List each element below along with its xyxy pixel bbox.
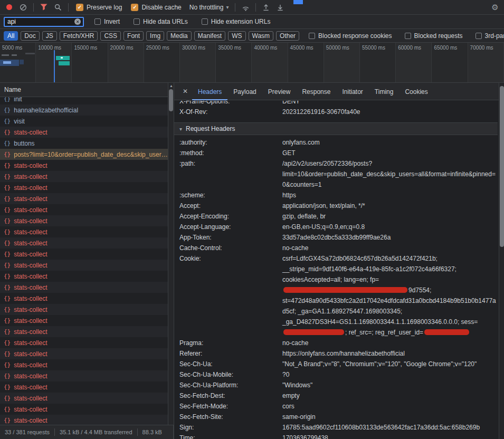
request-name: stats-collect [14, 395, 47, 402]
resources-size: 88.3 kB [138, 428, 167, 436]
request-row[interactable]: {}visit [0, 116, 168, 127]
request-row[interactable]: {}hannahelizabethofficial [0, 104, 168, 116]
script-icon: {} [4, 317, 11, 324]
request-row[interactable]: {}stats-collect [0, 215, 168, 226]
request-list-scrollbar[interactable]: ▲ [168, 83, 174, 425]
close-details-button[interactable]: ✕ [178, 88, 192, 95]
request-row[interactable]: {}stats-collect [0, 293, 168, 304]
request-row[interactable]: {}stats-collect [0, 359, 168, 370]
invert-checkbox[interactable]: Invert [94, 18, 120, 25]
tab-payload[interactable]: Payload [227, 83, 262, 100]
overview-tick-label: 5000 ms [2, 45, 22, 51]
request-row[interactable]: {}stats-collect [0, 249, 168, 260]
preserve-log-checkbox[interactable]: ✓ Preserve log [76, 4, 122, 11]
filter-bar: ✕ Invert Hide data URLs Hide extension U… [0, 15, 504, 29]
import-har-button[interactable] [260, 2, 272, 13]
request-row[interactable]: {}stats-collect [0, 182, 168, 193]
throttling-select[interactable]: No throttling ▾ [189, 4, 229, 11]
request-row[interactable]: {}stats-collect [0, 204, 168, 215]
request-row[interactable]: {}stats-collect [0, 326, 168, 337]
third-party-requests-checkbox[interactable]: 3rd-party requests [476, 32, 504, 40]
script-icon: {} [4, 118, 11, 125]
filter-chip-font[interactable]: Font [123, 31, 144, 41]
filter-chip-css[interactable]: CSS [100, 31, 121, 41]
filter-chip-js[interactable]: JS [42, 31, 57, 41]
redaction-mark [283, 329, 344, 335]
script-icon: {} [4, 406, 11, 413]
overview-column: 60000 ms [396, 43, 432, 82]
request-row[interactable]: {}stats-collect [0, 381, 168, 393]
filter-chip-all[interactable]: All [4, 31, 18, 41]
header-value: 1703636799438 [282, 433, 498, 439]
script-icon: {} [4, 395, 11, 402]
waterfall-bar [3, 61, 11, 64]
request-row[interactable]: {}stats-collect [0, 237, 168, 249]
request-row[interactable]: {}stats-collect [0, 160, 168, 171]
clear-button[interactable] [17, 2, 29, 13]
scrollbar-thumb[interactable] [169, 89, 173, 111]
clear-icon [20, 4, 27, 11]
filter-chip-wasm[interactable]: Wasm [249, 31, 274, 41]
network-conditions-button[interactable] [240, 2, 251, 13]
request-row[interactable]: {}posts?limit=10&order=publish_date_desc… [0, 149, 168, 160]
name-column-header[interactable]: Name [0, 83, 168, 97]
checkbox-unchecked-icon [94, 18, 101, 25]
tab-preview[interactable]: Preview [262, 83, 297, 100]
search-button[interactable] [52, 2, 64, 13]
request-row[interactable]: {}stats-collect [0, 415, 168, 425]
filter-input[interactable] [5, 18, 68, 25]
export-har-button[interactable] [274, 2, 286, 13]
waterfall-overview[interactable]: 5000 ms10000 ms15000 ms20000 ms25000 ms3… [0, 43, 504, 83]
script-icon: {} [4, 384, 11, 390]
filter-chip-img[interactable]: Img [146, 31, 164, 41]
request-row[interactable]: {}stats-collect [0, 226, 168, 237]
request-headers-section-header[interactable]: ▾ Request Headers [174, 122, 498, 135]
filter-input-box[interactable]: ✕ [4, 17, 84, 27]
tab-initiator[interactable]: Initiator [336, 83, 368, 100]
tab-cookies[interactable]: Cookies [399, 83, 433, 100]
requests-count: 33 / 381 requests [0, 428, 55, 436]
tab-response[interactable]: Response [296, 83, 336, 100]
details-scrollbar[interactable] [499, 83, 504, 439]
request-row[interactable]: {}stats-collect [0, 404, 168, 415]
header-name: Time: [179, 433, 282, 439]
clear-filter-icon[interactable]: ✕ [74, 18, 81, 25]
tab-timing[interactable]: Timing [369, 83, 400, 100]
checkbox-unchecked-icon [309, 33, 315, 39]
request-row[interactable]: {}stats-collect [0, 260, 168, 271]
request-row[interactable]: {}stats-collect [0, 127, 168, 138]
filter-chip-other[interactable]: Other [276, 31, 299, 41]
toolbar-divider [255, 3, 256, 12]
request-row[interactable]: {}stats-collect [0, 304, 168, 315]
request-row[interactable]: {}buttons [0, 138, 168, 149]
filter-chip-manifest[interactable]: Manifest [194, 31, 225, 41]
header-value: /api2/v2/users/20572336/posts?limit=10&o… [282, 158, 498, 190]
hide-data-urls-checkbox[interactable]: Hide data URLs [134, 18, 188, 25]
request-row[interactable]: {}stats-collect [0, 282, 168, 293]
scrollbar-thumb[interactable] [500, 86, 504, 247]
header-row: X-Of-Rev:202312261916-30670fa40e [179, 107, 498, 117]
blocked-response-cookies-checkbox[interactable]: Blocked response cookies [309, 32, 392, 40]
request-row[interactable]: {}stats-collect [0, 337, 168, 348]
hide-extension-urls-checkbox[interactable]: Hide extension URLs [202, 18, 271, 25]
blocked-requests-checkbox[interactable]: Blocked requests [405, 32, 463, 40]
filter-chip-media[interactable]: Media [167, 31, 192, 41]
request-name: stats-collect [14, 317, 47, 325]
request-name: visit [14, 118, 25, 125]
filter-chip-ws[interactable]: WS [228, 31, 245, 41]
filter-button[interactable] [38, 2, 50, 13]
request-row[interactable]: {}stats-collect [0, 171, 168, 182]
filter-chip-fetch-xhr[interactable]: Fetch/XHR [60, 31, 98, 41]
request-row[interactable]: {}stats-collect [0, 271, 168, 282]
settings-gear-icon[interactable]: ⚙ [489, 2, 501, 13]
tab-headers[interactable]: Headers [192, 83, 227, 100]
request-row[interactable]: {}stats-collect [0, 370, 168, 381]
scroll-up-arrow-icon[interactable]: ▲ [169, 84, 173, 88]
record-button[interactable] [3, 2, 15, 13]
request-row[interactable]: {}stats-collect [0, 193, 168, 204]
request-row[interactable]: {}stats-collect [0, 348, 168, 359]
disable-cache-checkbox[interactable]: ✓ Disable cache [131, 4, 181, 11]
filter-chip-doc[interactable]: Doc [21, 31, 39, 41]
request-row[interactable]: {}stats-collect [0, 315, 168, 326]
request-row[interactable]: {}stats-collect [0, 393, 168, 404]
